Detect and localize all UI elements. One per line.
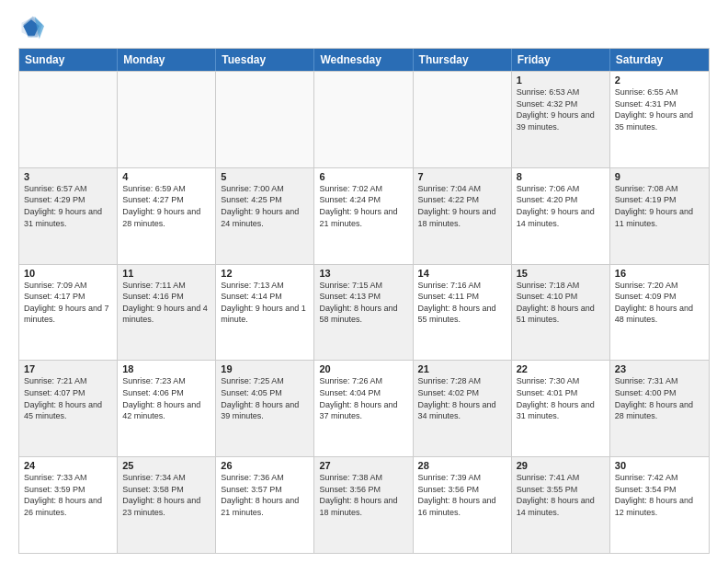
calendar-cell: 8Sunrise: 7:06 AM Sunset: 4:20 PM Daylig… <box>512 168 610 264</box>
day-number: 3 <box>24 171 112 182</box>
cell-daylight-info: Sunrise: 7:31 AM Sunset: 4:00 PM Dayligh… <box>615 375 704 421</box>
cell-daylight-info: Sunrise: 7:38 AM Sunset: 3:56 PM Dayligh… <box>319 472 407 518</box>
day-number: 23 <box>615 363 704 374</box>
cell-daylight-info: Sunrise: 7:39 AM Sunset: 3:56 PM Dayligh… <box>418 472 506 518</box>
cell-daylight-info: Sunrise: 7:02 AM Sunset: 4:24 PM Dayligh… <box>319 183 407 229</box>
cell-daylight-info: Sunrise: 7:41 AM Sunset: 3:55 PM Dayligh… <box>517 472 605 518</box>
day-number: 8 <box>517 171 605 182</box>
day-number: 1 <box>517 75 605 86</box>
calendar-cell: 7Sunrise: 7:04 AM Sunset: 4:22 PM Daylig… <box>414 168 512 264</box>
day-number: 30 <box>615 460 704 471</box>
calendar-cell: 30Sunrise: 7:42 AM Sunset: 3:54 PM Dayli… <box>610 457 709 553</box>
calendar-cell: 28Sunrise: 7:39 AM Sunset: 3:56 PM Dayli… <box>414 457 512 553</box>
day-number: 20 <box>319 363 407 374</box>
day-number: 22 <box>517 363 605 374</box>
logo-icon <box>18 15 44 40</box>
calendar-header-cell: Sunday <box>19 49 118 71</box>
day-number: 25 <box>122 460 210 471</box>
calendar-cell: 29Sunrise: 7:41 AM Sunset: 3:55 PM Dayli… <box>512 457 610 553</box>
day-number: 26 <box>221 460 309 471</box>
calendar-header-cell: Wednesday <box>314 49 413 71</box>
day-number: 14 <box>418 268 506 279</box>
calendar-cell: 22Sunrise: 7:30 AM Sunset: 4:01 PM Dayli… <box>512 361 610 456</box>
cell-daylight-info: Sunrise: 7:21 AM Sunset: 4:07 PM Dayligh… <box>24 375 112 421</box>
logo <box>18 15 48 40</box>
calendar-row: 24Sunrise: 7:33 AM Sunset: 3:59 PM Dayli… <box>19 456 709 553</box>
cell-daylight-info: Sunrise: 6:53 AM Sunset: 4:32 PM Dayligh… <box>517 86 605 132</box>
day-number: 29 <box>517 460 605 471</box>
cell-daylight-info: Sunrise: 7:08 AM Sunset: 4:19 PM Dayligh… <box>615 183 704 229</box>
cell-daylight-info: Sunrise: 7:04 AM Sunset: 4:22 PM Dayligh… <box>418 183 506 229</box>
cell-daylight-info: Sunrise: 7:36 AM Sunset: 3:57 PM Dayligh… <box>221 472 309 518</box>
calendar-cell <box>216 72 314 167</box>
cell-daylight-info: Sunrise: 6:59 AM Sunset: 4:27 PM Dayligh… <box>122 183 210 229</box>
calendar-cell: 27Sunrise: 7:38 AM Sunset: 3:56 PM Dayli… <box>314 457 413 553</box>
cell-daylight-info: Sunrise: 7:23 AM Sunset: 4:06 PM Dayligh… <box>122 375 210 421</box>
calendar-cell: 15Sunrise: 7:18 AM Sunset: 4:10 PM Dayli… <box>512 265 610 361</box>
cell-daylight-info: Sunrise: 6:55 AM Sunset: 4:31 PM Dayligh… <box>615 86 704 132</box>
calendar-row: 17Sunrise: 7:21 AM Sunset: 4:07 PM Dayli… <box>19 360 709 456</box>
calendar-cell: 23Sunrise: 7:31 AM Sunset: 4:00 PM Dayli… <box>610 361 709 456</box>
cell-daylight-info: Sunrise: 7:15 AM Sunset: 4:13 PM Dayligh… <box>319 280 407 326</box>
calendar-row: 3Sunrise: 6:57 AM Sunset: 4:29 PM Daylig… <box>19 167 709 264</box>
calendar-cell: 21Sunrise: 7:28 AM Sunset: 4:02 PM Dayli… <box>414 361 512 456</box>
day-number: 4 <box>122 171 210 182</box>
day-number: 17 <box>24 363 112 374</box>
cell-daylight-info: Sunrise: 7:06 AM Sunset: 4:20 PM Dayligh… <box>517 183 605 229</box>
cell-daylight-info: Sunrise: 7:00 AM Sunset: 4:25 PM Dayligh… <box>221 183 309 229</box>
day-number: 19 <box>221 363 309 374</box>
day-number: 10 <box>24 268 112 279</box>
cell-daylight-info: Sunrise: 7:26 AM Sunset: 4:04 PM Dayligh… <box>319 375 407 421</box>
day-number: 2 <box>615 75 704 86</box>
calendar-cell: 16Sunrise: 7:20 AM Sunset: 4:09 PM Dayli… <box>610 265 709 361</box>
day-number: 24 <box>24 460 112 471</box>
calendar-cell: 26Sunrise: 7:36 AM Sunset: 3:57 PM Dayli… <box>216 457 314 553</box>
calendar-header-row: SundayMondayTuesdayWednesdayThursdayFrid… <box>19 49 709 71</box>
calendar-cell: 6Sunrise: 7:02 AM Sunset: 4:24 PM Daylig… <box>314 168 413 264</box>
calendar-cell: 25Sunrise: 7:34 AM Sunset: 3:58 PM Dayli… <box>118 457 216 553</box>
cell-daylight-info: Sunrise: 7:34 AM Sunset: 3:58 PM Dayligh… <box>122 472 210 518</box>
cell-daylight-info: Sunrise: 7:30 AM Sunset: 4:01 PM Dayligh… <box>517 375 605 421</box>
day-number: 7 <box>418 171 506 182</box>
calendar-cell: 19Sunrise: 7:25 AM Sunset: 4:05 PM Dayli… <box>216 361 314 456</box>
calendar-header-cell: Friday <box>512 49 610 71</box>
cell-daylight-info: Sunrise: 7:28 AM Sunset: 4:02 PM Dayligh… <box>418 375 506 421</box>
calendar-cell: 9Sunrise: 7:08 AM Sunset: 4:19 PM Daylig… <box>610 168 709 264</box>
calendar-header-cell: Monday <box>118 49 216 71</box>
calendar-cell <box>314 72 413 167</box>
day-number: 28 <box>418 460 506 471</box>
cell-daylight-info: Sunrise: 7:09 AM Sunset: 4:17 PM Dayligh… <box>24 280 112 326</box>
cell-daylight-info: Sunrise: 7:18 AM Sunset: 4:10 PM Dayligh… <box>517 280 605 326</box>
calendar-cell: 3Sunrise: 6:57 AM Sunset: 4:29 PM Daylig… <box>19 168 118 264</box>
calendar-cell: 18Sunrise: 7:23 AM Sunset: 4:06 PM Dayli… <box>118 361 216 456</box>
calendar-cell: 13Sunrise: 7:15 AM Sunset: 4:13 PM Dayli… <box>314 265 413 361</box>
calendar-cell: 1Sunrise: 6:53 AM Sunset: 4:32 PM Daylig… <box>512 72 610 167</box>
calendar-cell: 5Sunrise: 7:00 AM Sunset: 4:25 PM Daylig… <box>216 168 314 264</box>
day-number: 11 <box>122 268 210 279</box>
calendar-cell: 14Sunrise: 7:16 AM Sunset: 4:11 PM Dayli… <box>414 265 512 361</box>
day-number: 18 <box>122 363 210 374</box>
day-number: 27 <box>319 460 407 471</box>
calendar-cell: 17Sunrise: 7:21 AM Sunset: 4:07 PM Dayli… <box>19 361 118 456</box>
day-number: 21 <box>418 363 506 374</box>
day-number: 5 <box>221 171 309 182</box>
day-number: 9 <box>615 171 704 182</box>
calendar: SundayMondayTuesdayWednesdayThursdayFrid… <box>18 48 710 554</box>
day-number: 12 <box>221 268 309 279</box>
cell-daylight-info: Sunrise: 7:25 AM Sunset: 4:05 PM Dayligh… <box>221 375 309 421</box>
calendar-cell <box>414 72 512 167</box>
calendar-header-cell: Saturday <box>610 49 709 71</box>
calendar-row: 1Sunrise: 6:53 AM Sunset: 4:32 PM Daylig… <box>19 71 709 167</box>
day-number: 6 <box>319 171 407 182</box>
calendar-row: 10Sunrise: 7:09 AM Sunset: 4:17 PM Dayli… <box>19 264 709 361</box>
calendar-header-cell: Thursday <box>414 49 512 71</box>
calendar-body: 1Sunrise: 6:53 AM Sunset: 4:32 PM Daylig… <box>19 71 709 553</box>
calendar-cell: 2Sunrise: 6:55 AM Sunset: 4:31 PM Daylig… <box>610 72 709 167</box>
calendar-cell: 10Sunrise: 7:09 AM Sunset: 4:17 PM Dayli… <box>19 265 118 361</box>
cell-daylight-info: Sunrise: 7:13 AM Sunset: 4:14 PM Dayligh… <box>221 280 309 326</box>
day-number: 15 <box>517 268 605 279</box>
cell-daylight-info: Sunrise: 7:33 AM Sunset: 3:59 PM Dayligh… <box>24 472 112 518</box>
calendar-cell: 4Sunrise: 6:59 AM Sunset: 4:27 PM Daylig… <box>118 168 216 264</box>
cell-daylight-info: Sunrise: 7:11 AM Sunset: 4:16 PM Dayligh… <box>122 280 210 326</box>
calendar-header-cell: Tuesday <box>216 49 314 71</box>
